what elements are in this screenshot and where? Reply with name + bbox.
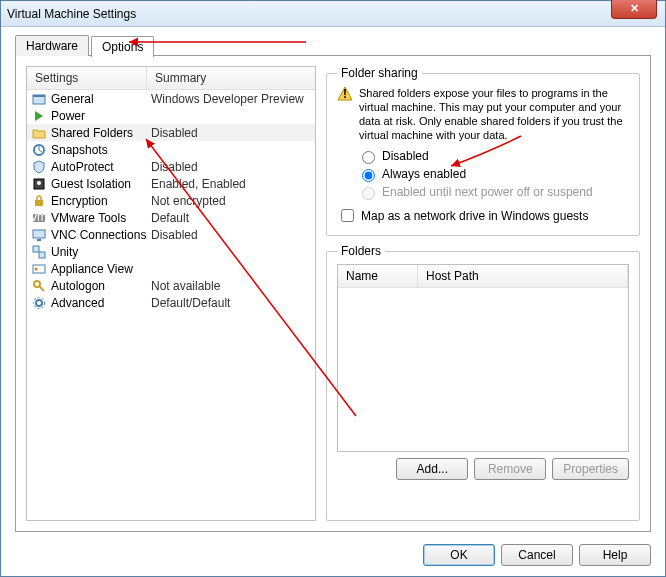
tab-hardware[interactable]: Hardware: [15, 35, 89, 56]
svg-text:!: !: [343, 87, 347, 101]
guest-icon: [31, 176, 47, 192]
list-item[interactable]: GeneralWindows Developer Preview: [27, 90, 315, 107]
radio-until-row: Enabled until next power off or suspend: [357, 184, 629, 200]
list-item[interactable]: Snapshots: [27, 141, 315, 158]
list-item-summary: Windows Developer Preview: [151, 92, 311, 106]
gear-icon: [31, 295, 47, 311]
svg-marker-2: [35, 111, 43, 121]
shield-icon: [31, 159, 47, 175]
ok-button[interactable]: OK: [423, 544, 495, 566]
list-item-summary: Not available: [151, 279, 311, 293]
radio-always-row[interactable]: Always enabled: [357, 166, 629, 182]
folders-legend: Folders: [337, 244, 385, 258]
radio-disabled-label: Disabled: [382, 149, 429, 163]
folders-group: Folders Name Host Path Add... Remove Pro…: [326, 244, 640, 521]
list-item-name: Autologon: [51, 279, 151, 293]
warning-icon: !: [337, 86, 353, 102]
list-item-name: Guest Isolation: [51, 177, 151, 191]
radio-until-label: Enabled until next power off or suspend: [382, 185, 593, 199]
list-item-name: Shared Folders: [51, 126, 151, 140]
list-item[interactable]: EncryptionNot encrypted: [27, 192, 315, 209]
svg-point-14: [35, 267, 38, 270]
list-item[interactable]: Power: [27, 107, 315, 124]
list-item-summary: Default: [151, 211, 311, 225]
list-item-name: VNC Connections: [51, 228, 151, 242]
list-item[interactable]: Unity: [27, 243, 315, 260]
help-button[interactable]: Help: [579, 544, 651, 566]
folders-col-path[interactable]: Host Path: [418, 265, 628, 287]
list-item-name: Power: [51, 109, 151, 123]
right-panel: Folder sharing ! Shared folders expose y…: [326, 66, 640, 521]
tabs: Hardware Options: [15, 35, 156, 56]
list-item-name: Unity: [51, 245, 151, 259]
svg-rect-10: [37, 239, 41, 241]
close-button[interactable]: ✕: [611, 0, 657, 19]
screen-icon: [31, 227, 47, 243]
list-item-name: Advanced: [51, 296, 151, 310]
list-item-summary: Default/Default: [151, 296, 311, 310]
map-drive-label: Map as a network drive in Windows guests: [361, 209, 588, 223]
list-item-summary: Enabled, Enabled: [151, 177, 311, 191]
radio-until: [362, 187, 375, 200]
folder-sharing-group: Folder sharing ! Shared folders expose y…: [326, 66, 640, 236]
cancel-button[interactable]: Cancel: [501, 544, 573, 566]
titlebar: Virtual Machine Settings ✕: [1, 1, 665, 27]
options-panel: Settings Summary GeneralWindows Develope…: [15, 55, 651, 532]
folders-buttons: Add... Remove Properties: [337, 458, 629, 480]
list-item-summary: Not encrypted: [151, 194, 311, 208]
folders-table-body[interactable]: [338, 288, 628, 451]
power-icon: [31, 108, 47, 124]
map-drive-checkbox[interactable]: [341, 209, 354, 222]
list-item[interactable]: Guest IsolationEnabled, Enabled: [27, 175, 315, 192]
folder-sharing-legend: Folder sharing: [337, 66, 422, 80]
svg-rect-9: [33, 230, 45, 238]
settings-list: Settings Summary GeneralWindows Develope…: [26, 66, 316, 521]
settings-list-body: GeneralWindows Developer PreviewPowerSha…: [27, 90, 315, 520]
col-settings[interactable]: Settings: [27, 67, 147, 89]
svg-rect-12: [39, 252, 45, 258]
list-item-name: VMware Tools: [51, 211, 151, 225]
svg-point-5: [37, 181, 41, 185]
svg-rect-6: [35, 200, 43, 206]
tab-options[interactable]: Options: [91, 36, 154, 57]
vm-settings-window: Virtual Machine Settings ✕ Hardware Opti…: [0, 0, 666, 577]
list-item[interactable]: vmVMware ToolsDefault: [27, 209, 315, 226]
vm-icon: vm: [31, 210, 47, 226]
col-summary[interactable]: Summary: [147, 67, 315, 89]
list-item-name: Snapshots: [51, 143, 151, 157]
properties-button: Properties: [552, 458, 629, 480]
warning-text: Shared folders expose your files to prog…: [359, 86, 629, 142]
remove-button: Remove: [474, 458, 546, 480]
list-item-name: AutoProtect: [51, 160, 151, 174]
list-item[interactable]: AutoProtectDisabled: [27, 158, 315, 175]
list-item[interactable]: Shared FoldersDisabled: [27, 124, 315, 141]
list-item-name: Appliance View: [51, 262, 151, 276]
radio-always[interactable]: [362, 169, 375, 182]
list-item-name: Encryption: [51, 194, 151, 208]
radio-always-label: Always enabled: [382, 167, 466, 181]
map-drive-row[interactable]: Map as a network drive in Windows guests: [337, 206, 629, 225]
list-item[interactable]: VNC ConnectionsDisabled: [27, 226, 315, 243]
svg-rect-1: [33, 95, 45, 97]
list-item-summary: Disabled: [151, 228, 311, 242]
list-item-summary: Disabled: [151, 126, 311, 140]
list-item-name: General: [51, 92, 151, 106]
dialog-footer: OK Cancel Help: [423, 544, 651, 566]
radio-disabled[interactable]: [362, 151, 375, 164]
add-button[interactable]: Add...: [396, 458, 468, 480]
folders-col-name[interactable]: Name: [338, 265, 418, 287]
folder-icon: [31, 125, 47, 141]
list-item[interactable]: AutologonNot available: [27, 277, 315, 294]
svg-rect-11: [33, 246, 39, 252]
general-icon: [31, 91, 47, 107]
appliance-icon: [31, 261, 47, 277]
list-item[interactable]: Appliance View: [27, 260, 315, 277]
snapshot-icon: [31, 142, 47, 158]
radio-disabled-row[interactable]: Disabled: [357, 148, 629, 164]
list-item[interactable]: AdvancedDefault/Default: [27, 294, 315, 311]
key-icon: [31, 278, 47, 294]
lock-icon: [31, 193, 47, 209]
unity-icon: [31, 244, 47, 260]
list-item-summary: Disabled: [151, 160, 311, 174]
svg-point-16: [36, 300, 42, 306]
